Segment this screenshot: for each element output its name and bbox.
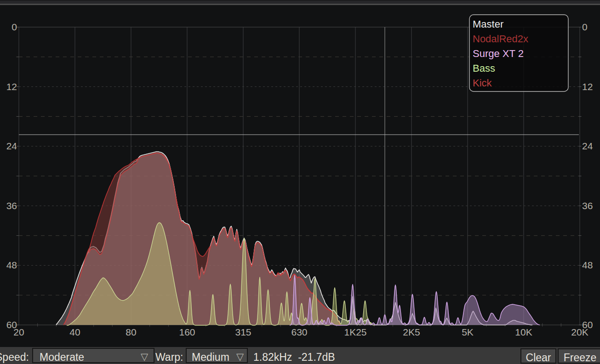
svg-text:630: 630 [291,327,307,337]
svg-text:48: 48 [582,260,593,270]
svg-text:80: 80 [126,327,136,337]
svg-text:0: 0 [11,22,17,32]
svg-text:0: 0 [582,22,588,32]
svg-text:20K: 20K [571,327,588,337]
svg-text:36: 36 [582,200,593,211]
svg-text:12: 12 [6,81,17,92]
svg-text:5K: 5K [462,327,474,337]
svg-text:Kick: Kick [473,77,492,89]
svg-text:1K25: 1K25 [344,327,366,337]
svg-text:2K5: 2K5 [403,327,420,337]
svg-text:160: 160 [179,327,195,337]
svg-text:315: 315 [235,327,251,337]
svg-text:10K: 10K [515,327,532,337]
svg-text:24: 24 [6,141,17,151]
svg-text:12: 12 [582,81,593,92]
svg-text:20: 20 [13,327,24,337]
svg-text:36: 36 [6,200,17,211]
svg-text:Surge XT 2: Surge XT 2 [473,48,524,59]
svg-text:Bass: Bass [473,63,495,74]
svg-text:40: 40 [69,327,80,337]
svg-text:NodalRed2x: NodalRed2x [473,33,528,45]
svg-text:Master: Master [473,18,503,30]
svg-text:24: 24 [582,141,593,151]
svg-text:48: 48 [6,260,17,270]
